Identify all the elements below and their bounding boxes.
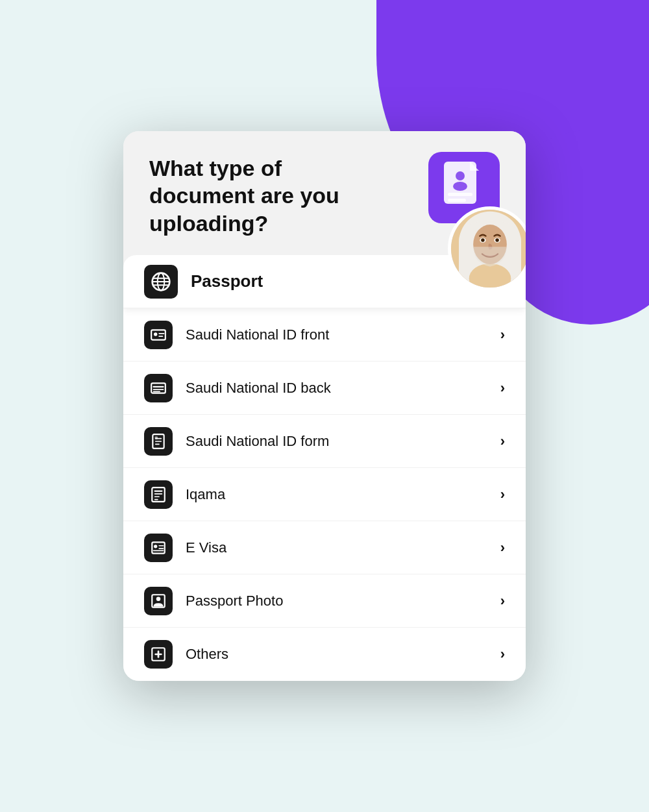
saudi-id-back-label: Saudi National ID back: [186, 380, 500, 397]
list-item-others[interactable]: Others ›: [123, 628, 526, 681]
document-type-list: Passport Saudi National ID front ›: [123, 255, 526, 681]
svg-point-19: [154, 332, 157, 336]
chevron-icon-1: ›: [500, 326, 505, 343]
list-item-saudi-id-back[interactable]: Saudi National ID back ›: [123, 362, 526, 415]
saudi-id-front-label: Saudi National ID front: [186, 326, 500, 343]
document-icon: [441, 162, 487, 214]
page-title: What type of document are you uploading?: [149, 154, 344, 238]
main-card: What type of document are you uploading?: [123, 131, 526, 682]
svg-point-37: [154, 545, 157, 548]
svg-rect-36: [152, 542, 165, 553]
list-item-evisa[interactable]: E Visa ›: [123, 521, 526, 574]
chevron-icon-2: ›: [500, 380, 505, 397]
evisa-label: E Visa: [186, 539, 500, 556]
chevron-icon-6: ›: [500, 593, 505, 609]
list-item-saudi-id-form[interactable]: Saudi National ID form ›: [123, 415, 526, 468]
id-back-icon: [144, 374, 173, 402]
svg-point-42: [156, 597, 161, 601]
id-form-icon: [144, 427, 173, 456]
svg-rect-4: [448, 199, 466, 202]
svg-point-12: [495, 239, 499, 243]
passport-photo-label: Passport Photo: [186, 593, 500, 609]
card-header: What type of document are you uploading?: [123, 131, 526, 256]
chevron-icon-4: ›: [500, 486, 505, 503]
chevron-icon-5: ›: [500, 539, 505, 556]
avatar: [448, 206, 526, 291]
card-wrapper: What type of document are you uploading?: [123, 131, 526, 682]
avatar-face: [451, 210, 526, 288]
iqama-label: Iqama: [186, 486, 500, 503]
svg-rect-18: [151, 330, 165, 339]
svg-point-11: [481, 239, 485, 243]
svg-rect-30: [155, 436, 158, 439]
iqama-icon: [144, 480, 173, 509]
svg-point-1: [456, 171, 465, 180]
chevron-icon-3: ›: [500, 433, 505, 450]
saudi-id-form-label: Saudi National ID form: [186, 433, 500, 450]
list-item-passport-photo[interactable]: Passport Photo ›: [123, 574, 526, 628]
others-icon: [144, 640, 173, 669]
passport-icon: [144, 265, 178, 299]
svg-rect-3: [448, 193, 472, 196]
list-item-saudi-id-front[interactable]: Saudi National ID front ›: [123, 308, 526, 362]
list-item-iqama[interactable]: Iqama ›: [123, 468, 526, 521]
passport-photo-icon: [144, 587, 173, 615]
evisa-icon: [144, 534, 173, 562]
svg-rect-31: [152, 487, 165, 502]
chevron-icon-7: ›: [500, 646, 505, 663]
id-front-icon: [144, 321, 173, 349]
svg-point-2: [453, 182, 467, 191]
others-label: Others: [186, 646, 500, 663]
